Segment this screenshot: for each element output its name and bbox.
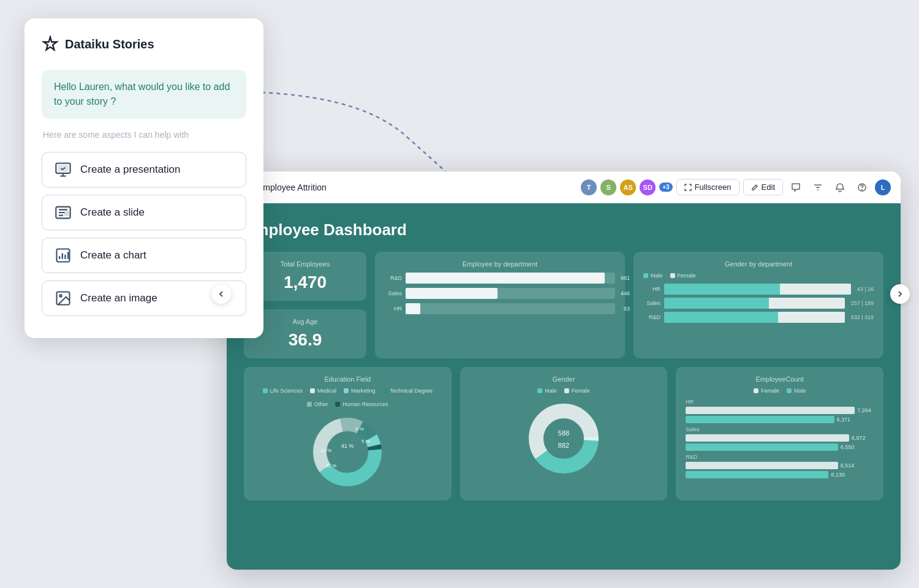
dashboard-window: Employee Attrition T S AS SD +3 Fullscre… (227, 172, 901, 570)
gender-dept-title: Gender by department (643, 260, 874, 268)
badge-AS[interactable]: AS (620, 179, 636, 195)
chart-button-label: Create a chart (80, 249, 146, 262)
svg-text:5 %: 5 % (361, 439, 370, 444)
user-avatar[interactable]: L (875, 179, 891, 195)
filter-button[interactable] (809, 178, 827, 197)
emp-count-rd: R&D 6,514 6,130 (686, 454, 874, 478)
dashboard-title: Employee Dashboard (244, 221, 883, 239)
window-titlebar: Employee Attrition T S AS SD +3 Fullscre… (227, 172, 901, 203)
gender-chart-title: Gender (470, 375, 658, 383)
gender-card: Gender Male Female 588 882 (460, 367, 668, 500)
education-field-card: Education Field Life Sciences Medical Ma… (244, 367, 452, 500)
svg-point-6 (59, 295, 62, 297)
fullscreen-label: Fullscreen (695, 183, 732, 192)
gender-donut: 588 882 (470, 399, 658, 478)
more-badges: +3 (659, 183, 672, 192)
svg-point-9 (862, 189, 863, 190)
create-presentation-button[interactable]: Create a presentation (42, 152, 246, 187)
total-employees-label: Total Employees (254, 260, 357, 268)
gender-dept-bars: HR 43 | 26 Sales 257 | 189 (643, 284, 874, 323)
employee-dept-card: Employee by department R&D 961 Sales (375, 252, 625, 358)
notification-button[interactable] (831, 178, 849, 197)
help-button[interactable] (853, 178, 871, 197)
create-slide-button[interactable]: Create a slide (42, 195, 246, 230)
gender-dept-legend: Male Female (643, 273, 874, 279)
svg-text:882: 882 (558, 442, 569, 449)
dept-bar-rd: R&D 961 (385, 273, 615, 284)
dashboard-content: Employee Dashboard Total Employees 1,470… (227, 203, 901, 570)
slide-button-label: Create a slide (80, 206, 145, 219)
chart-icon (55, 247, 72, 264)
svg-text:11 %: 11 % (320, 448, 331, 453)
chat-subtitle: Here are some aspects I can help with (42, 130, 246, 140)
tab-title: Employee Attrition (257, 183, 575, 192)
emp-count-hr: HR 7,264 6,371 (686, 399, 874, 423)
svg-text:9 %: 9 % (355, 426, 364, 432)
dashboard-top-row: Total Employees 1,470 Avg Age 36.9 Emplo… (244, 252, 883, 358)
emp-count-title: EmployeeCount (686, 375, 874, 383)
slide-icon (55, 204, 72, 221)
total-employees-value: 1,470 (254, 273, 357, 292)
svg-rect-1 (58, 165, 68, 171)
gender-dept-card: Gender by department Male Female HR (633, 252, 883, 358)
gender-bar-sales: Sales 257 | 189 (643, 298, 874, 309)
edit-label: Edit (762, 183, 775, 192)
gender-legend: Male Female (470, 388, 658, 394)
presentation-button-label: Create a presentation (80, 164, 181, 176)
chat-title: Dataiku Stories (65, 37, 154, 51)
image-icon (55, 290, 72, 307)
presentation-icon (55, 161, 72, 178)
employee-count-card: EmployeeCount Female Male HR 7,264 (676, 367, 883, 500)
emp-count-chart: HR 7,264 6,371 Sales (686, 399, 874, 478)
emp-count-legend: Female Male (686, 388, 874, 394)
emp-count-sales: Sales 6,972 6,550 (686, 426, 874, 451)
svg-text:588: 588 (558, 429, 569, 437)
emp-dept-title: Employee by department (385, 260, 615, 268)
badge-S[interactable]: S (600, 179, 616, 195)
svg-rect-3 (64, 212, 69, 216)
education-title: Education Field (254, 375, 442, 383)
emp-dept-chart: R&D 961 Sales 446 HR (385, 273, 615, 314)
chat-header: Dataiku Stories (42, 36, 246, 53)
nav-arrow-left[interactable] (211, 284, 231, 304)
greeting-text: Hello Lauren, what would you like to add… (54, 81, 230, 107)
gender-bar-rd: R&D 532 | 319 (643, 312, 874, 323)
chat-bubble: Hello Lauren, what would you like to add… (42, 70, 246, 119)
sparkle-icon (42, 36, 59, 53)
gender-bar-hr: HR 43 | 26 (643, 284, 874, 295)
svg-text:32 %: 32 % (325, 463, 336, 469)
create-chart-button[interactable]: Create a chart (42, 238, 246, 273)
education-legend: Life Sciences Medical Marketing Technica… (254, 388, 442, 407)
dept-bar-sales: Sales 446 (385, 288, 615, 299)
education-donut: 41 % 32 % 11 % 9 % 5 % (254, 412, 442, 492)
fullscreen-button[interactable]: Fullscreen (676, 179, 739, 195)
edit-button[interactable]: Edit (743, 179, 783, 195)
avg-age-value: 36.9 (254, 330, 357, 350)
dashboard-bottom-row: Education Field Life Sciences Medical Ma… (244, 367, 883, 500)
comment-button[interactable] (787, 178, 805, 197)
svg-text:41 %: 41 % (341, 443, 354, 449)
titlebar-controls: T S AS SD +3 Fullscreen Edit (581, 178, 891, 197)
dept-bar-hr: HR 63 (385, 303, 615, 314)
nav-arrow-right[interactable] (890, 284, 910, 304)
avg-age-label: Avg Age (254, 318, 357, 325)
badge-SD[interactable]: SD (640, 179, 656, 195)
image-button-label: Create an image (80, 292, 157, 304)
badge-T[interactable]: T (581, 179, 597, 195)
